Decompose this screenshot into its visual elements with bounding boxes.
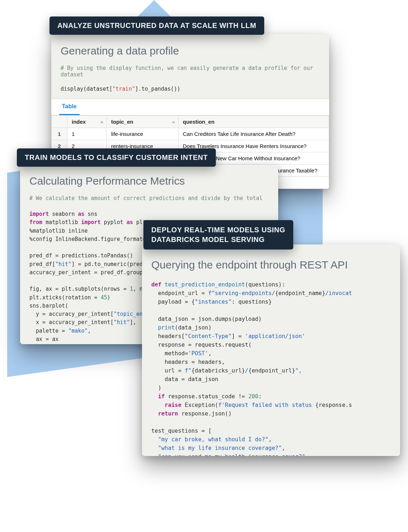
card1-comment: # By using the display function, we can … <box>61 65 320 78</box>
table-tabs: Table <box>51 99 329 115</box>
sort-icon <box>100 120 104 123</box>
col-rownum <box>52 116 67 128</box>
card2-title: Calculating Performance Metrics <box>29 175 269 187</box>
sort-icon <box>172 120 175 123</box>
card1-title: Generating a data profile <box>61 45 320 57</box>
label-train: TRAIN MODELS TO CLASSIFY CUSTOMER INTENT <box>17 148 216 167</box>
label-deploy: DEPLOY REAL-TIME MODELS USING DATABRICKS… <box>143 220 293 250</box>
label-analyze: ANALYZE UNSTRUCTURED DATA AT SCALE WITH … <box>49 16 264 35</box>
col-index[interactable]: index <box>67 116 107 128</box>
col-question[interactable]: question_en <box>179 116 329 128</box>
card3-code: def test_prediction_endpoint(questions):… <box>151 280 391 456</box>
card2-comment: # We calculate the amount of correct pre… <box>29 195 269 201</box>
card-endpoint: Querying the endpoint through REST API d… <box>142 244 400 456</box>
table-row: 1 1 life-insurance Can Creditors Take Li… <box>52 128 329 140</box>
col-topic[interactable]: topic_en <box>107 116 179 128</box>
tab-table[interactable]: Table <box>59 99 80 115</box>
card1-code: display(dataset["train"].to_pandas()) <box>61 86 320 92</box>
card3-title: Querying the endpoint through REST API <box>151 259 391 271</box>
